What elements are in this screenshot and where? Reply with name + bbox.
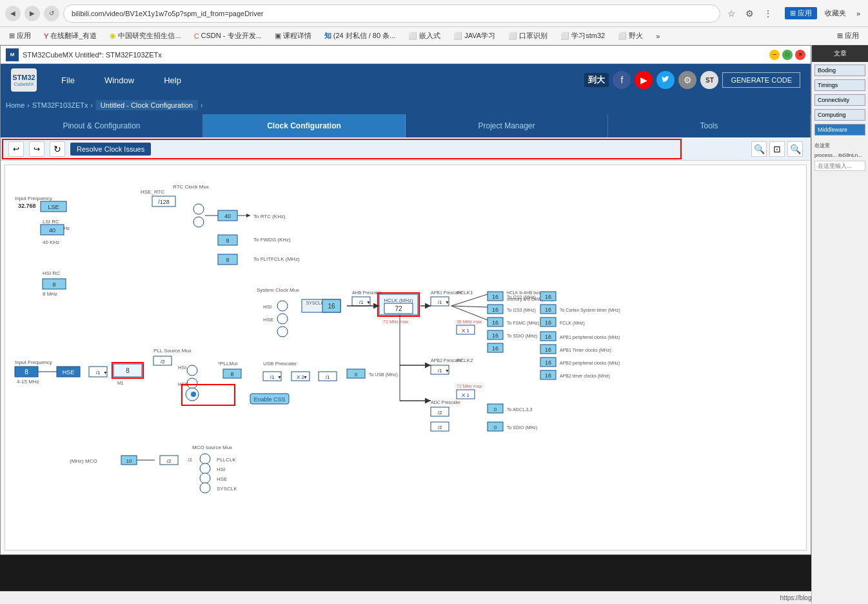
tab-clock[interactable]: Clock Configuration [203, 114, 406, 137]
stm32-header: STM32 CubeMX File Window Help 到大 f ▶ ⚙ [1, 64, 811, 96]
svg-text:72 MHz max: 72 MHz max [383, 319, 409, 324]
resolve-clock-button[interactable]: Resolve Clock Issues [70, 143, 151, 156]
right-tab-connectivity[interactable]: Connectivity [814, 94, 865, 106]
header-right: 到大 f ▶ ⚙ ST GENERATE CODE [584, 71, 800, 89]
right-panel-content: 在这里 process... ibG9nLn... [812, 139, 868, 604]
undo-button[interactable]: ↩ [8, 141, 24, 157]
right-tab-timings[interactable]: Timings [814, 79, 865, 91]
bookmark-apps[interactable]: ⊞应用 [5, 30, 35, 42]
svg-text:X 1: X 1 [462, 328, 470, 334]
bookmark-csdn[interactable]: CCSDN - 专业开发... [190, 30, 266, 42]
tab-tools[interactable]: Tools [608, 114, 811, 137]
clock-diagram[interactable]: Input Frequency 32.768 LSE LSI RC 0-1000… [5, 165, 807, 550]
svg-text:Input Frequency: Input Frequency [15, 359, 52, 365]
tab-project[interactable]: Project Manager [406, 114, 608, 137]
status-bar: https://blog.csdn.net/qq_34... [0, 591, 868, 604]
breadcrumb-home[interactable]: Home [6, 101, 25, 109]
refresh-button[interactable]: ↺ [44, 6, 59, 21]
zoom-out-button[interactable]: 🔍 [751, 141, 767, 157]
bookmark-star-button[interactable]: ☆ [724, 6, 740, 21]
bookmark-youdao[interactable]: Y在线翻译_有道 [40, 30, 101, 42]
svg-text:16: 16 [545, 334, 551, 340]
svg-text:4-15 MHz: 4-15 MHz [17, 379, 39, 385]
bookmark-course[interactable]: ▣课程详情 [271, 30, 315, 42]
bookmark-stm32[interactable]: ⬜学习stm32 [557, 30, 609, 42]
svg-text:To FLITFCLK (MHz): To FLITFCLK (MHz) [253, 256, 300, 262]
svg-text:To FWDG (KHz): To FWDG (KHz) [253, 237, 291, 243]
svg-text:HSI: HSI [263, 304, 271, 310]
extensions-btn[interactable]: ⊞ 应用 [785, 7, 817, 19]
svg-text:HSI RC: HSI RC [43, 270, 60, 276]
svg-text:0: 0 [494, 425, 497, 430]
reload-button[interactable]: ↻ [50, 141, 65, 157]
stm-icon: ⬜ [560, 32, 569, 40]
bookmark-mail[interactable]: 知(24 封私信 / 80 条... [321, 30, 400, 42]
youtube-icon-btn[interactable]: ▶ [635, 71, 653, 89]
bookmark-graduate[interactable]: ◉中国研究生招生信... [106, 30, 184, 42]
menu-button[interactable]: ⋮ [760, 6, 776, 21]
redo-button[interactable]: ↪ [29, 141, 44, 157]
facebook-icon-btn[interactable]: f [613, 71, 631, 89]
bookmark-java[interactable]: ⬜JAVA学习 [449, 30, 499, 42]
svg-text:16: 16 [492, 319, 498, 326]
breadcrumb-arrow-2: › [91, 102, 93, 109]
svg-text:HSE: HSE [217, 476, 227, 482]
svg-text:/1: /1 [359, 299, 364, 305]
twitter-icon-btn[interactable] [656, 71, 675, 89]
svg-text:To USB (MHz): To USB (MHz) [369, 372, 398, 378]
svg-text:PLL Source Mux: PLL Source Mux [153, 348, 192, 354]
bookmark-mask[interactable]: ⬜口罩识别 [504, 30, 551, 42]
tab-pinout[interactable]: Pinout & Configuration [1, 114, 203, 137]
clock-content: Input Frequency 32.768 LSE LSI RC 0-1000… [1, 161, 811, 554]
bookmark-wildfire[interactable]: ⬜野火 [614, 30, 647, 42]
java-icon: ⬜ [453, 32, 462, 40]
svg-text:APB2 peripheral clocks (MHz): APB2 peripheral clocks (MHz) [560, 361, 620, 366]
window-menu[interactable]: Window [99, 73, 139, 88]
svg-point-32 [277, 314, 288, 324]
collect-btn[interactable]: 收藏夹 [821, 7, 850, 19]
bookmark-right-apps[interactable]: ⊞应用 [833, 30, 863, 42]
bookmark-embedded[interactable]: ⬜嵌入式 [404, 30, 444, 42]
zoom-fit-button[interactable]: ⊡ [769, 141, 785, 157]
svg-text:To I2S3 (MHz): To I2S3 (MHz) [507, 308, 536, 313]
help-menu[interactable]: Help [159, 73, 186, 88]
maximize-button[interactable]: □ [782, 50, 793, 60]
back-button[interactable]: ◀ [5, 6, 21, 21]
right-tab-boding[interactable]: Boding [814, 65, 865, 76]
right-tab-computing[interactable]: Computing [814, 109, 865, 121]
svg-text:16: 16 [545, 359, 551, 366]
address-bar[interactable] [63, 5, 720, 23]
svg-text:/2: /2 [188, 457, 192, 463]
svg-text:16: 16 [492, 345, 498, 352]
right-content-text: process... ibG9nLn... [814, 152, 865, 159]
svg-text:40 KHz: 40 KHz [43, 239, 59, 245]
minimize-button[interactable]: ─ [769, 50, 780, 60]
forward-button[interactable]: ▶ [25, 6, 40, 21]
svg-text:Input Frequency: Input Frequency [15, 196, 52, 201]
svg-text:To RTC (KHz): To RTC (KHz) [253, 214, 286, 219]
st-icon-btn[interactable]: ST [700, 71, 718, 89]
breadcrumb-chip[interactable]: STM32F103ZETx [32, 101, 88, 109]
bookmark-more[interactable]: » [652, 31, 664, 41]
file-menu[interactable]: File [56, 73, 80, 88]
zoom-in-button[interactable]: 🔍 [787, 141, 803, 157]
close-button[interactable]: ✕ [795, 50, 805, 60]
svg-text:/1: /1 [96, 370, 101, 376]
generate-code-button[interactable]: GENERATE CODE [722, 72, 800, 88]
right-panel-input[interactable] [814, 161, 865, 171]
svg-text:M1: M1 [117, 381, 124, 385]
stm32-window: M STM32CubeMX Untitled*: STM32F103ZETx ─… [0, 45, 811, 555]
toolbar-wrapper: ↩ ↪ ↻ Resolve Clock Issues 🔍 ⊡ 🔍 [1, 137, 811, 161]
svg-point-14 [193, 217, 204, 227]
apps-icon: ⊞ [9, 32, 15, 40]
svg-text:To Cortex System timer (MHz): To Cortex System timer (MHz) [560, 308, 620, 313]
right-tab-middleware[interactable]: Middleware [814, 124, 865, 136]
more-btn[interactable]: » [854, 8, 863, 19]
settings-icon-btn[interactable]: ⚙ [678, 71, 696, 89]
mail-icon: 知 [324, 31, 331, 41]
extension-button[interactable]: ⚙ [742, 6, 758, 21]
svg-text:▼: ▼ [303, 375, 308, 379]
svg-text:/2: /2 [167, 458, 172, 464]
breadcrumb-page[interactable]: Untitled - Clock Configuration [95, 100, 198, 110]
svg-text:0: 0 [494, 407, 497, 412]
